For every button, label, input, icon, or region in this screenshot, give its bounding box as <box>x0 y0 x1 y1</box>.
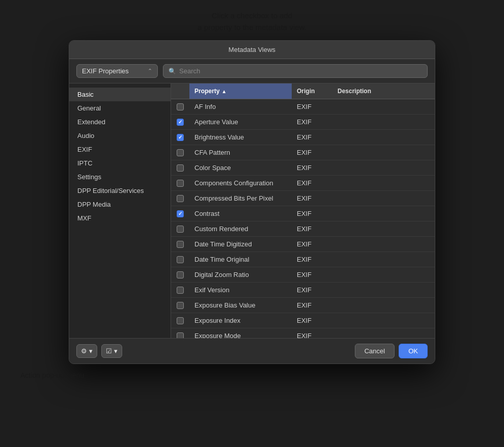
metadata-views-dialog: Metadata Views EXIF Properties ⌃ 🔍 Basic… <box>69 40 435 364</box>
gear-button[interactable]: ⚙ ▾ <box>76 344 97 358</box>
dialog-footer: ⚙ ▾ ☑ ▾ Cancel OK <box>69 338 435 364</box>
sidebar-item-iptc[interactable]: IPTC <box>69 156 171 170</box>
row-checkbox-5[interactable] <box>177 180 184 187</box>
table-row: Compressed Bits Per PixelEXIF <box>171 191 435 206</box>
table-row: Date Time OriginalEXIF <box>171 252 435 267</box>
origin-cell: EXIF <box>292 328 332 338</box>
sidebar-item-dpp-editorial-services[interactable]: DPP Editorial/Services <box>69 184 171 198</box>
table-row: Components ConfigurationEXIF <box>171 176 435 191</box>
checkbox-cell <box>171 161 189 175</box>
row-checkbox-12[interactable] <box>177 287 184 294</box>
table-row: Exposure ModeEXIF <box>171 328 435 338</box>
checkbox-cell <box>171 298 189 313</box>
cancel-button[interactable]: Cancel <box>355 344 395 358</box>
description-cell <box>332 210 435 217</box>
description-cell <box>332 149 435 156</box>
checkbox-cell <box>171 237 189 252</box>
origin-cell: EXIF <box>292 176 332 190</box>
origin-cell: EXIF <box>292 283 332 297</box>
sidebar-item-mxf[interactable]: MXF <box>69 211 171 225</box>
sidebar-item-audio[interactable]: Audio <box>69 129 171 143</box>
checkbox-menu-button[interactable]: ☑ ▾ <box>101 344 122 358</box>
table-body: AF InfoEXIFAperture ValueEXIFBrightness … <box>171 99 435 338</box>
property-cell: Contrast <box>189 206 292 221</box>
description-cell <box>332 271 435 278</box>
ok-label: OK <box>408 347 418 355</box>
checkbox-cell <box>171 191 189 206</box>
row-checkbox-1[interactable] <box>177 119 184 126</box>
description-cell <box>332 317 435 324</box>
tooltip: Click a checkbox to add a property to th… <box>198 10 306 33</box>
sidebar-item-settings[interactable]: Settings <box>69 170 171 184</box>
tooltip-line1: Click a checkbox to add <box>212 11 292 20</box>
row-checkbox-0[interactable] <box>177 103 184 110</box>
property-cell: Exif Version <box>189 283 292 297</box>
property-header[interactable]: Property ▲ <box>189 83 292 99</box>
row-checkbox-13[interactable] <box>177 302 184 309</box>
origin-cell: EXIF <box>292 191 332 206</box>
description-cell <box>332 241 435 248</box>
sidebar-item-basic[interactable]: Basic <box>69 88 171 101</box>
row-checkbox-10[interactable] <box>177 256 184 263</box>
origin-cell: EXIF <box>292 298 332 313</box>
property-cell: Exposure Bias Value <box>189 298 292 313</box>
row-checkbox-15[interactable] <box>177 332 184 339</box>
checkbox-cell <box>171 130 189 145</box>
property-cell: Compressed Bits Per Pixel <box>189 191 292 206</box>
property-cell: Exposure Index <box>189 313 292 328</box>
description-cell <box>332 256 435 263</box>
origin-cell: EXIF <box>292 267 332 282</box>
origin-cell: EXIF <box>292 160 332 175</box>
checkbox-cell <box>171 176 189 190</box>
origin-cell: EXIF <box>292 130 332 145</box>
description-cell <box>332 119 435 126</box>
row-checkbox-11[interactable] <box>177 271 184 278</box>
property-cell: Custom Rendered <box>189 221 292 236</box>
checkbox-cell <box>171 115 189 129</box>
tooltip-line2: a property to the metadata view. <box>198 23 306 32</box>
footer-left: ⚙ ▾ ☑ ▾ <box>76 344 122 358</box>
sidebar-item-general[interactable]: General <box>69 101 171 115</box>
table-row: Custom RenderedEXIF <box>171 221 435 237</box>
row-checkbox-2[interactable] <box>177 134 184 141</box>
search-box: 🔍 <box>163 64 428 78</box>
checkbox-cell <box>171 100 189 114</box>
description-cell <box>332 302 435 309</box>
checkbox-cell <box>171 207 189 221</box>
row-checkbox-6[interactable] <box>177 195 184 202</box>
search-input[interactable] <box>179 67 422 75</box>
sidebar-item-dpp-media[interactable]: DPP Media <box>69 198 171 211</box>
footer-right: Cancel OK <box>355 344 428 358</box>
exif-properties-dropdown[interactable]: EXIF Properties ⌃ <box>76 64 158 78</box>
sidebar-item-extended[interactable]: Extended <box>69 115 171 129</box>
property-cell: Date Time Original <box>189 252 292 267</box>
table-row: Brightness ValueEXIF <box>171 130 435 145</box>
origin-cell: EXIF <box>292 145 332 160</box>
row-checkbox-14[interactable] <box>177 317 184 324</box>
description-header-label: Description <box>338 88 371 95</box>
ok-button[interactable]: OK <box>399 344 428 358</box>
checkbox-icon: ☑ <box>106 347 112 355</box>
description-cell <box>332 164 435 172</box>
table-row: Date Time DigitizedEXIF <box>171 237 435 252</box>
row-checkbox-9[interactable] <box>177 241 184 248</box>
table-row: Exif VersionEXIF <box>171 283 435 298</box>
origin-cell: EXIF <box>292 252 332 267</box>
sort-arrow-icon: ▲ <box>221 89 227 94</box>
row-checkbox-4[interactable] <box>177 164 184 172</box>
table-row: CFA PatternEXIF <box>171 145 435 160</box>
description-cell <box>332 134 435 141</box>
origin-cell: EXIF <box>292 237 332 252</box>
checkbox-cell <box>171 146 189 160</box>
checkbox-cell <box>171 268 189 282</box>
table-row: ContrastEXIF <box>171 206 435 221</box>
table-row: Color SpaceEXIF <box>171 160 435 176</box>
origin-header: Origin <box>292 83 332 99</box>
property-header-label: Property <box>194 88 219 95</box>
bottom-label: Action pop-up menu <box>0 371 84 379</box>
table-header: Property ▲ Origin Description <box>171 83 435 99</box>
row-checkbox-7[interactable] <box>177 210 184 217</box>
row-checkbox-3[interactable] <box>177 149 184 156</box>
sidebar-item-exif[interactable]: EXIF <box>69 143 171 156</box>
row-checkbox-8[interactable] <box>177 226 184 233</box>
